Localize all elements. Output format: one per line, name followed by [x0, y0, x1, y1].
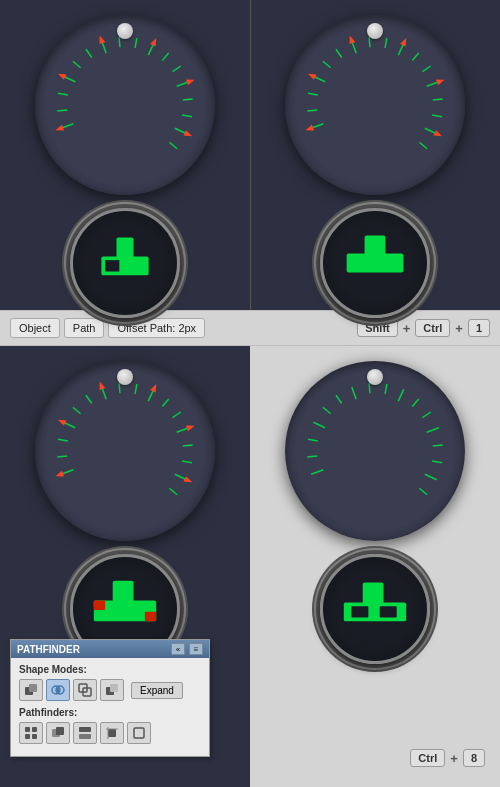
svg-line-103	[307, 456, 317, 457]
pathfinders-label: Pathfinders:	[19, 707, 201, 718]
top-right-gauge-container	[285, 15, 465, 195]
toolbar-left: Object Path Offset Path: 2px	[0, 318, 250, 338]
top-right-gauge-outer	[285, 15, 465, 195]
bottom-right-gauge-container	[285, 361, 465, 541]
top-left-panel	[0, 0, 251, 310]
intersect-button[interactable]	[46, 679, 70, 701]
svg-line-29	[308, 110, 318, 111]
svg-rect-120	[363, 583, 384, 608]
top-right-panel	[251, 0, 501, 310]
top-row	[0, 0, 500, 310]
svg-line-35	[369, 37, 370, 47]
svg-rect-95	[79, 727, 91, 732]
svg-rect-88	[110, 684, 118, 692]
svg-point-53	[53, 379, 197, 523]
unite-button[interactable]	[19, 679, 43, 701]
ctrl-key-bottom: Ctrl	[410, 749, 445, 767]
top-left-mini-gauge	[70, 208, 180, 318]
bottom-right-gauge-outer	[285, 361, 465, 541]
svg-rect-26	[105, 260, 119, 271]
svg-rect-82	[29, 684, 37, 692]
svg-line-109	[369, 383, 370, 393]
crop-button[interactable]	[100, 722, 124, 744]
key-1: 1	[468, 319, 490, 337]
bottom-left-gauge-container	[35, 361, 215, 541]
svg-line-55	[57, 456, 67, 457]
bottom-right-panel: Ctrl + 8	[250, 346, 500, 787]
svg-rect-89	[25, 727, 30, 732]
bottom-right-small-circle	[367, 369, 383, 385]
key-8: 8	[463, 749, 485, 767]
plus-sign-bottom: +	[450, 751, 458, 766]
svg-rect-25	[116, 237, 133, 261]
svg-rect-78	[113, 581, 134, 607]
plus-sign-2: +	[455, 321, 463, 336]
bottom-row: PATHFINDER « ≡ Shape Modes:	[0, 346, 500, 787]
bottom-left-panel: PATHFINDER « ≡ Shape Modes:	[0, 346, 250, 787]
top-right-small-circle	[367, 23, 383, 39]
top-left-gauge-container	[35, 15, 215, 195]
top-left-mini-gauge-outer	[70, 208, 180, 318]
svg-rect-90	[32, 727, 37, 732]
shift-key: Shift	[357, 319, 397, 337]
svg-line-67	[183, 445, 193, 446]
expand-button[interactable]: Expand	[131, 682, 183, 699]
svg-line-2	[57, 110, 67, 111]
svg-rect-52	[365, 236, 386, 264]
svg-rect-80	[145, 612, 156, 621]
offset-path-button[interactable]: Offset Path: 2px	[108, 318, 205, 338]
pathfinder-title: PATHFINDER	[17, 644, 80, 655]
svg-rect-122	[380, 606, 397, 617]
bottom-right-toolbar: Ctrl + 8	[410, 749, 485, 767]
small-circle-indicator	[117, 23, 133, 39]
bottom-left-gauge-outer	[35, 361, 215, 541]
path-button[interactable]: Path	[64, 318, 105, 338]
object-button[interactable]: Object	[10, 318, 60, 338]
bottom-right-mini-gauge-outer	[320, 554, 430, 664]
pathfinder-body: Shape Modes:	[11, 658, 209, 756]
divide-button[interactable]	[19, 722, 43, 744]
pathfinder-titlebar: PATHFINDER « ≡	[11, 640, 209, 658]
svg-line-41	[433, 99, 443, 100]
subtract-button[interactable]	[100, 679, 124, 701]
pathfinder-panel: PATHFINDER « ≡ Shape Modes:	[10, 639, 210, 757]
svg-line-14	[183, 99, 193, 100]
bottom-right-mini-gauge	[320, 554, 430, 664]
double-arrow-icon[interactable]: «	[171, 643, 185, 655]
toolbar-right: Shift + Ctrl + 1	[250, 319, 500, 337]
top-right-mini-gauge-outer	[320, 208, 430, 318]
svg-rect-100	[134, 728, 144, 738]
svg-point-27	[303, 33, 447, 177]
svg-line-115	[433, 445, 443, 446]
plus-sign-1: +	[403, 321, 411, 336]
menu-icon[interactable]: ≡	[189, 643, 203, 655]
svg-point-0	[53, 33, 197, 177]
svg-rect-96	[79, 734, 91, 739]
svg-point-101	[303, 379, 447, 523]
shape-modes-label: Shape Modes:	[19, 664, 201, 675]
main-container: Object Path Offset Path: 2px Shift + Ctr…	[0, 0, 500, 787]
top-left-gauge-outer	[35, 15, 215, 195]
svg-rect-91	[25, 734, 30, 739]
svg-rect-92	[32, 734, 37, 739]
trim-button[interactable]	[46, 722, 70, 744]
ctrl-key-top: Ctrl	[415, 319, 450, 337]
svg-rect-121	[351, 606, 368, 617]
svg-rect-97	[108, 729, 116, 737]
pathfinders-buttons	[19, 722, 201, 744]
merge-button[interactable]	[73, 722, 97, 744]
bottom-left-small-circle	[117, 369, 133, 385]
svg-line-8	[119, 37, 120, 47]
svg-line-61	[119, 383, 120, 393]
svg-rect-94	[56, 727, 64, 735]
svg-rect-79	[94, 600, 105, 609]
shape-modes-buttons: Expand	[19, 679, 201, 701]
outline-button[interactable]	[127, 722, 151, 744]
top-right-mini-gauge	[320, 208, 430, 318]
titlebar-controls: « ≡	[171, 643, 203, 655]
exclude-button[interactable]	[73, 679, 97, 701]
